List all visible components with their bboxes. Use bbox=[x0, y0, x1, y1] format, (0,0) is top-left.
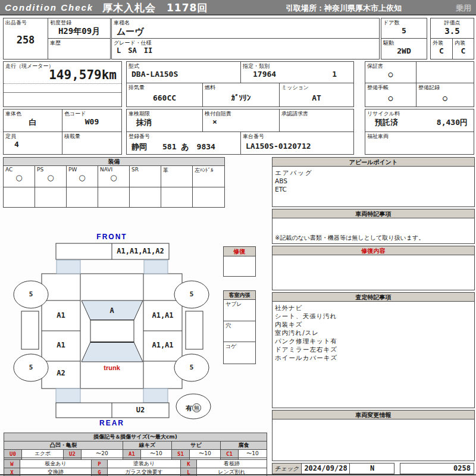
vehicle-class: 乗用 bbox=[456, 3, 471, 14]
classification-value: 1 bbox=[332, 70, 337, 79]
cabin-lining-burn: コゲ bbox=[224, 342, 255, 363]
equipment-title: 装備 bbox=[3, 157, 225, 166]
equipment-cell-lhd: 左ﾊﾝﾄﾞﾙ bbox=[192, 165, 225, 187]
left-front-door-damage: A1 bbox=[42, 311, 80, 320]
equipment-empty-cell bbox=[192, 187, 225, 208]
cabin-lining-title: 客室内張 bbox=[224, 291, 255, 300]
equipment-lhd-label: 左ﾊﾝﾄﾞﾙ bbox=[195, 167, 214, 174]
legend-group-rust: サビ bbox=[172, 441, 221, 450]
equipment-empty-cell bbox=[3, 187, 35, 208]
equipment-pw-value: ○ bbox=[67, 173, 98, 182]
left-quarter-damage: A2 bbox=[42, 369, 80, 377]
repair-mark-title: 修復 bbox=[224, 247, 255, 256]
inspection-expiry-value: 抹消 bbox=[136, 117, 201, 128]
legend-code-cell: W bbox=[4, 460, 20, 468]
doors-value: 5 bbox=[383, 26, 425, 35]
legend-desc-cell: 塗装あり bbox=[108, 460, 181, 468]
rear-label: REAR bbox=[82, 419, 142, 427]
cabin-lining-box: 客室内張 ヤブレ 穴 コゲ bbox=[223, 290, 256, 364]
equipment-cell-leather: 革 bbox=[161, 165, 193, 187]
special-notes-panel: 車両特記事項 ※記載のない書類・機器等は無しとして取り扱います。 bbox=[272, 209, 475, 244]
right-rear-door-damage: A1,A1 bbox=[143, 341, 182, 349]
field-model-name: 車種名 ムーヴ bbox=[111, 18, 380, 39]
assessment-item: 室内汚れ/スレ bbox=[275, 328, 472, 337]
field-first-registration: 初度登録 H29年09月 bbox=[48, 18, 111, 39]
field-chassis-no: 車台番号 LA150S-0120712 bbox=[240, 131, 354, 155]
field-color-code: 色コード W09 bbox=[62, 109, 122, 132]
trunk-label: trunk bbox=[80, 364, 143, 371]
fuel-label: 燃料 bbox=[205, 84, 215, 92]
chassis-no-value: LA150S-0120712 bbox=[246, 142, 352, 151]
equipment-empty-cell bbox=[98, 187, 130, 208]
repair-mark-box: 修復 bbox=[223, 246, 256, 277]
special-notes-title: 車両特記事項 bbox=[273, 209, 474, 218]
field-grade: グレード・仕様 L SA II bbox=[111, 38, 380, 60]
equipment-navi-value: ○ bbox=[98, 173, 129, 182]
cabin-lining-tear: ヤブレ bbox=[224, 300, 255, 321]
headlight-left-shape bbox=[57, 260, 80, 274]
front-bumper-damage: A1,A1,A1,A2 bbox=[112, 247, 168, 255]
auction-sheet: { "header": { "brand": "Condition Check"… bbox=[0, 0, 476, 476]
legend-code-cell: U0 bbox=[4, 450, 22, 458]
chassis-no-label: 車台番号 bbox=[243, 133, 264, 140]
legend-code-cell: C1 bbox=[221, 450, 239, 458]
equipment-empty-cell bbox=[35, 187, 67, 208]
legend-code-cell: P bbox=[92, 460, 108, 468]
damage-legend-table-2: W 板金あり P 塗装あり K 看板跡 X 交換跡 G ガラス交換要す L レン… bbox=[4, 459, 267, 476]
recycle-fee-status: 預託済 bbox=[375, 117, 398, 128]
field-capacity: 定員 4 bbox=[3, 131, 62, 155]
repair-detail-panel: 修復内容 bbox=[272, 246, 475, 290]
field-body-color: 車体色 白 bbox=[3, 109, 62, 132]
sheet-no-box: 0258 bbox=[400, 463, 474, 474]
field-warranty: 保証書 ○ bbox=[365, 61, 416, 83]
equipment-ps-label: PS bbox=[37, 167, 43, 173]
windshield-damage: A bbox=[80, 306, 143, 315]
assessment-panel: 査定特記事項 社外ナビ シート、天張り汚れ 内装キズ 室内汚れ/スレ パンク修理… bbox=[272, 292, 475, 408]
equipment-ac-value: ○ bbox=[4, 173, 35, 182]
equipment-cell-sr: SR bbox=[129, 165, 161, 187]
legend-desc-cell: 看板跡 bbox=[197, 460, 267, 468]
legend-title: 損傷記号＆損傷サイズ(〜最大cm) bbox=[4, 433, 267, 441]
equipment-empty-cell bbox=[161, 187, 193, 208]
welfare-vehicle-label: 福祉車両 bbox=[367, 133, 389, 140]
equipment-cell-navi: NAVI ○ bbox=[98, 165, 130, 187]
field-interior: 内装 C bbox=[452, 38, 474, 60]
cabin-lining-hole: 穴 bbox=[224, 321, 255, 342]
assessment-item: ドアミラー左右キズ bbox=[275, 345, 472, 353]
tire-rear-right-value: 5 bbox=[180, 364, 203, 371]
history-label: 車歴 bbox=[50, 39, 61, 47]
taillight-right-shape bbox=[143, 389, 168, 403]
field-registration-no: 登録番号 静岡 581 あ 9834 bbox=[126, 131, 241, 155]
field-warranty-extra bbox=[416, 61, 474, 83]
legend-code-cell: K bbox=[181, 460, 197, 468]
field-liability-insurance: 検付自賠責 × bbox=[202, 109, 280, 132]
check-inspector: N bbox=[350, 464, 394, 474]
legend-group-corrosion: 腐食 bbox=[221, 441, 267, 450]
mirror-left-shape bbox=[21, 311, 39, 349]
assessment-item: ホイールカバーキズ bbox=[275, 353, 472, 362]
legend-code-cell: A1 bbox=[123, 450, 141, 458]
field-exterior: 外装 C bbox=[430, 38, 453, 60]
equipment-cell-ps: PS ○ bbox=[35, 165, 67, 187]
legend-code-cell: U2 bbox=[64, 450, 82, 458]
tire-front-left-value: 5 bbox=[19, 290, 43, 298]
recycle-fee-amount: 8,430円 bbox=[437, 117, 468, 128]
taillight-left-shape bbox=[56, 389, 80, 403]
displacement-value: 660CC bbox=[128, 93, 201, 102]
field-fuel: 燃料 ｶﾞｿﾘﾝ bbox=[202, 83, 280, 107]
equipment-sr-label: SR bbox=[131, 167, 139, 173]
field-load: 積載量 bbox=[62, 131, 122, 155]
field-doors: ドア数 5 bbox=[381, 18, 427, 39]
field-mileage: 走行（現メーター） 149,579km bbox=[3, 61, 122, 107]
field-maintenance-record: 整備記録 ○ bbox=[416, 83, 474, 107]
equipment-ps-value: ○ bbox=[35, 173, 66, 182]
field-maintenance-book: 整備手帳 ○ bbox=[365, 83, 416, 107]
appeal-title: アピールポイント bbox=[273, 158, 474, 167]
appeal-item: エアバッグ bbox=[275, 168, 472, 177]
field-displacement: 排気量 660CC bbox=[126, 83, 203, 107]
field-exhibit-no: 出品番号 258 bbox=[3, 18, 48, 60]
equipment-navi-label: NAVI bbox=[100, 167, 112, 173]
model-name-value: ムーヴ bbox=[117, 26, 378, 37]
pickup-location: 引取場所：神奈川県厚木市上依知 bbox=[286, 3, 402, 14]
check-date: 2024/09/28 bbox=[302, 464, 350, 474]
